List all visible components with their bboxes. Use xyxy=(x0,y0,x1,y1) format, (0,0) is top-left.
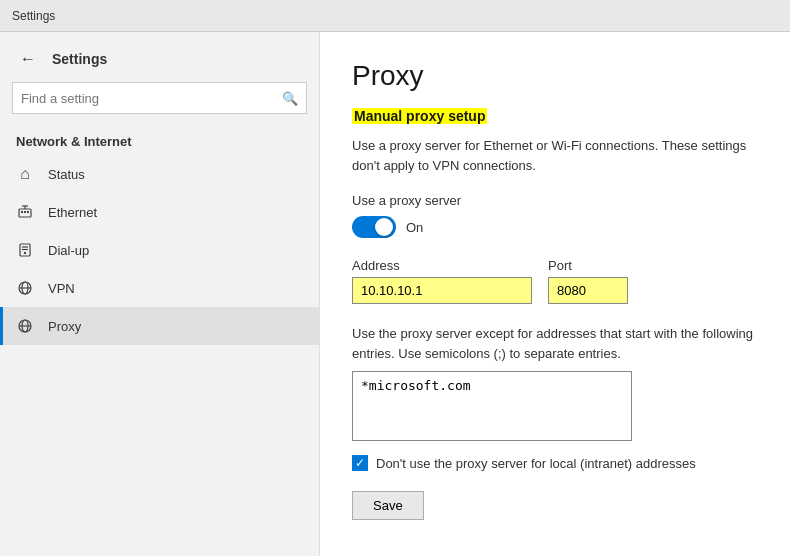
search-box: 🔍 xyxy=(12,82,307,114)
page-title: Proxy xyxy=(352,60,758,92)
port-field-group: Port xyxy=(548,258,628,304)
sidebar-header: ← Settings xyxy=(0,40,319,82)
svg-rect-3 xyxy=(27,211,29,213)
search-input[interactable] xyxy=(21,91,282,106)
port-input[interactable] xyxy=(548,277,628,304)
svg-rect-1 xyxy=(21,211,23,213)
exceptions-textarea[interactable] xyxy=(352,371,632,441)
proxy-icon xyxy=(16,317,34,335)
port-label: Port xyxy=(548,258,628,273)
checkbox-row: ✓ Don't use the proxy server for local (… xyxy=(352,455,758,471)
section-heading: Manual proxy setup xyxy=(352,108,487,124)
title-bar-text: Settings xyxy=(12,9,55,23)
dialup-icon xyxy=(16,241,34,259)
sidebar-item-proxy[interactable]: Proxy xyxy=(0,307,319,345)
sidebar-item-ethernet[interactable]: Ethernet xyxy=(0,193,319,231)
svg-rect-2 xyxy=(24,211,26,213)
sidebar-item-proxy-label: Proxy xyxy=(48,319,81,334)
toggle-row: On xyxy=(352,216,758,238)
content-area: Proxy Manual proxy setup Use a proxy ser… xyxy=(320,32,790,556)
sidebar: ← Settings 🔍 Network & Internet ⌂ Status xyxy=(0,32,320,556)
search-icon: 🔍 xyxy=(282,91,298,106)
sidebar-item-vpn-label: VPN xyxy=(48,281,75,296)
sidebar-item-vpn[interactable]: VPN xyxy=(0,269,319,307)
toggle-state-label: On xyxy=(406,220,423,235)
sidebar-item-ethernet-label: Ethernet xyxy=(48,205,97,220)
ethernet-icon xyxy=(16,203,34,221)
proxy-toggle[interactable] xyxy=(352,216,396,238)
address-label: Address xyxy=(352,258,532,273)
checkbox-check-icon: ✓ xyxy=(355,457,365,469)
description-text: Use a proxy server for Ethernet or Wi-Fi… xyxy=(352,136,758,175)
sidebar-item-dialup[interactable]: Dial-up xyxy=(0,231,319,269)
sidebar-title: Settings xyxy=(52,51,107,67)
local-bypass-checkbox[interactable]: ✓ xyxy=(352,455,368,471)
sidebar-section-label: Network & Internet xyxy=(0,126,319,155)
address-port-row: Address Port xyxy=(352,258,758,304)
main-layout: ← Settings 🔍 Network & Internet ⌂ Status xyxy=(0,32,790,556)
sidebar-item-status-label: Status xyxy=(48,167,85,182)
sidebar-item-status[interactable]: ⌂ Status xyxy=(0,155,319,193)
svg-point-7 xyxy=(24,252,26,254)
sidebar-item-dialup-label: Dial-up xyxy=(48,243,89,258)
vpn-icon xyxy=(16,279,34,297)
back-button[interactable]: ← xyxy=(16,48,40,70)
save-button[interactable]: Save xyxy=(352,491,424,520)
address-field-group: Address xyxy=(352,258,532,304)
use-proxy-label: Use a proxy server xyxy=(352,193,758,208)
home-icon: ⌂ xyxy=(16,165,34,183)
address-input[interactable] xyxy=(352,277,532,304)
exceptions-description: Use the proxy server except for addresse… xyxy=(352,324,758,363)
toggle-thumb xyxy=(375,218,393,236)
checkbox-label: Don't use the proxy server for local (in… xyxy=(376,456,696,471)
title-bar: Settings xyxy=(0,0,790,32)
